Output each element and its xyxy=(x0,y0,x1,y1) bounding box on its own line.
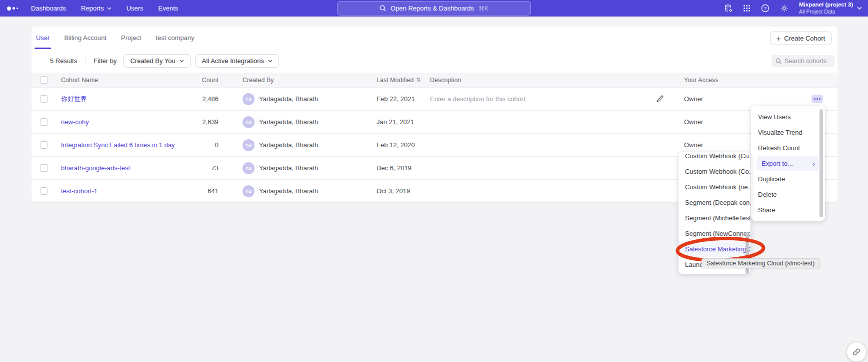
avatar: YB xyxy=(242,116,254,128)
submenu-arrow-icon: › xyxy=(812,160,815,168)
navbar-right: ? Mixpanel (project 3) All Project Data xyxy=(724,0,862,17)
menu-scrollbar[interactable] xyxy=(820,109,823,217)
divider xyxy=(85,57,86,65)
nav-link-users[interactable]: Users xyxy=(126,5,144,12)
data-management-icon[interactable] xyxy=(724,4,732,13)
settings-gear-icon[interactable] xyxy=(780,4,788,13)
search-cohorts-placeholder: Search cohorts xyxy=(784,58,826,65)
cohort-count: 73 xyxy=(184,164,218,172)
tab-billing-account[interactable]: Billing Account xyxy=(64,27,107,49)
row-checkbox[interactable] xyxy=(40,164,48,172)
cohort-name-link[interactable]: new-cohy xyxy=(61,118,89,126)
ellipsis-icon xyxy=(814,98,816,100)
project-name: Mixpanel (project 3) xyxy=(799,2,853,9)
project-scope: All Project Data xyxy=(799,9,853,15)
last-modified-date: Oct 3, 2019 xyxy=(376,187,430,195)
last-modified-date: Feb 22, 2021 xyxy=(376,95,430,103)
menu-item-export-to[interactable]: Export to... › xyxy=(756,156,819,171)
submenu-item-segment-michelletest[interactable]: Segment (MichelleTest) xyxy=(678,210,750,226)
last-modified-date: Jan 21, 2021 xyxy=(376,118,430,126)
submenu-item-custom-webhook-2[interactable]: Custom Webhook (Co... xyxy=(678,164,750,179)
tab-test-company[interactable]: test company xyxy=(155,27,194,49)
cohort-name-link[interactable]: Integration Sync Failed 6 times in 1 day xyxy=(61,141,175,149)
cohort-count: 2,639 xyxy=(184,118,218,126)
row-checkbox[interactable] xyxy=(40,95,48,103)
created-by-filter[interactable]: Created By You xyxy=(124,54,190,68)
nav-link-reports[interactable]: Reports xyxy=(81,5,112,12)
cohort-name-link[interactable]: bharath-google-ads-test xyxy=(61,164,130,172)
select-all-checkbox[interactable] xyxy=(40,76,48,84)
description-input[interactable]: Enter a description for this cohort xyxy=(430,95,526,103)
menu-item-delete[interactable]: Delete xyxy=(751,187,825,202)
chevron-down-icon xyxy=(857,7,862,10)
integration-tooltip: Salesforce Marketing Cloud (sfmc-test) xyxy=(702,258,820,268)
nav-link-events[interactable]: Events xyxy=(158,5,178,12)
avatar: YB xyxy=(242,185,254,197)
cohort-name-link[interactable]: 你好世界 xyxy=(61,95,87,103)
submenu-item-custom-webhook-1[interactable]: Custom Webhook (Cu... xyxy=(678,152,750,164)
table-row: new-cohy 2,639 YB Yarlagadda, Bharath Ja… xyxy=(32,110,838,133)
keyboard-shortcut: ⌘K xyxy=(478,5,488,12)
nav-link-dashboards[interactable]: Dashboards xyxy=(31,5,66,12)
row-context-menu: View Users Visualize Trend Refresh Count… xyxy=(751,106,825,221)
help-icon[interactable]: ? xyxy=(761,4,770,13)
submenu-item-segment-newconnec[interactable]: Segment (NewConnec... xyxy=(678,226,750,241)
plus-icon: + xyxy=(776,35,781,42)
search-icon xyxy=(776,58,782,64)
mixpanel-logo-icon[interactable] xyxy=(7,7,18,11)
chevron-down-icon xyxy=(107,7,112,10)
tab-project[interactable]: Project xyxy=(120,27,142,49)
results-count: 5 Results xyxy=(50,57,77,65)
apps-grid-icon[interactable] xyxy=(743,5,750,12)
submenu-item-segment-deepak[interactable]: Segment (Deepak con... xyxy=(678,195,750,210)
cohort-count: 2,486 xyxy=(184,95,218,103)
chevron-down-icon xyxy=(268,60,272,63)
last-modified-date: Dec 6, 2019 xyxy=(376,164,430,172)
search-icon xyxy=(380,5,386,12)
edit-pencil-icon[interactable] xyxy=(656,95,676,103)
project-switcher[interactable]: Mixpanel (project 3) All Project Data xyxy=(799,2,862,15)
table-header: Cohort Name Count Created By Last Modifi… xyxy=(32,73,838,87)
submenu-item-salesforce-marketing-cloud[interactable]: Salesforce Marketing C... xyxy=(678,241,750,257)
create-cohort-button[interactable]: + Create Cohort xyxy=(770,32,832,45)
share-link-button[interactable] xyxy=(847,342,866,361)
chevron-down-icon xyxy=(180,60,184,63)
column-header-last-modified[interactable]: Last Modified ⇅ xyxy=(376,77,430,84)
tab-user[interactable]: User xyxy=(36,27,50,49)
menu-item-share[interactable]: Share xyxy=(751,202,825,218)
created-by-name: Yarlagadda, Bharath xyxy=(259,164,318,172)
search-cohorts-input[interactable]: Search cohorts xyxy=(772,55,834,67)
row-checkbox[interactable] xyxy=(40,118,48,126)
created-by-name: Yarlagadda, Bharath xyxy=(259,141,318,149)
top-navbar: Dashboards Reports Users Events Open Rep… xyxy=(0,0,868,17)
cohort-count: 0 xyxy=(184,141,218,149)
tabs-row: User Billing Account Project test compan… xyxy=(32,27,838,49)
column-header-count: Count xyxy=(184,77,218,84)
cohort-name-link[interactable]: test-cohort-1 xyxy=(61,187,98,195)
global-search-bar[interactable]: Open Reports & Dashboards ⌘K xyxy=(337,1,531,16)
cohort-count: 641 xyxy=(184,187,218,195)
avatar: YB xyxy=(242,93,254,105)
column-header-your-access: Your Access xyxy=(676,77,812,84)
integrations-filter[interactable]: All Active Integrations xyxy=(196,54,279,68)
row-checkbox[interactable] xyxy=(40,187,48,195)
menu-item-duplicate[interactable]: Duplicate xyxy=(751,171,825,187)
avatar: YB xyxy=(242,139,254,151)
access-level: Owner xyxy=(676,95,812,103)
export-submenu: Custom Webhook (Cu... Custom Webhook (Co… xyxy=(678,152,750,274)
row-actions-button[interactable] xyxy=(812,95,823,103)
global-search-placeholder: Open Reports & Dashboards xyxy=(390,5,474,12)
menu-item-refresh-count[interactable]: Refresh Count xyxy=(751,140,825,156)
svg-text:?: ? xyxy=(764,6,766,11)
row-checkbox[interactable] xyxy=(40,141,48,149)
column-header-created-by: Created By xyxy=(218,77,376,84)
sort-icon: ⇅ xyxy=(416,77,420,83)
column-header-cohort-name: Cohort Name xyxy=(61,77,184,84)
link-icon xyxy=(852,348,860,356)
avatar: YB xyxy=(242,162,254,174)
table-row: 你好世界 2,486 YB Yarlagadda, Bharath Feb 22… xyxy=(32,87,838,110)
submenu-item-custom-webhook-3[interactable]: Custom Webhook (ne... xyxy=(678,179,750,195)
menu-item-visualize-trend[interactable]: Visualize Trend xyxy=(751,125,825,140)
column-header-description: Description xyxy=(430,77,656,84)
menu-item-view-users[interactable]: View Users xyxy=(751,109,825,125)
